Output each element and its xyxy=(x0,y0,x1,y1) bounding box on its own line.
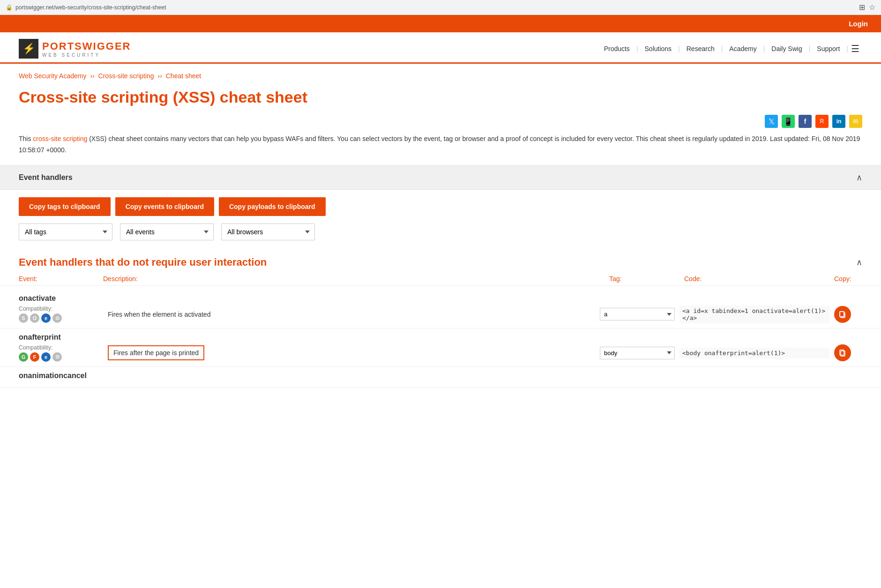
dropdowns-row: All tagsabodydivimginputscriptsvg All ev… xyxy=(0,223,881,252)
event-name-onanimationcancel: onanimationcancel xyxy=(19,372,862,380)
compat-icons-onactivate: S O e ⊙ xyxy=(19,313,103,323)
tag-select-onafterprint[interactable]: body xyxy=(600,347,675,359)
event-row-onanimationcancel: onanimationcancel xyxy=(0,367,881,388)
subsection-header: Event handlers that do not require user … xyxy=(0,252,881,272)
copy-tags-button[interactable]: Copy tags to clipboard xyxy=(19,197,111,216)
header: ⚡ PORTSWIGGER WEB SECURITY Products | So… xyxy=(0,32,881,64)
share-facebook-icon[interactable]: f xyxy=(799,115,812,128)
description-link[interactable]: cross-site scripting xyxy=(33,135,87,142)
logo-bolt-icon: ⚡ xyxy=(22,43,35,55)
clipboard-row: Copy tags to clipboard Copy events to cl… xyxy=(0,197,881,223)
event-desc-onactivate: Fires when the element is activated xyxy=(108,311,595,318)
nav-solutions[interactable]: Solutions xyxy=(638,41,679,56)
col-code: Code: xyxy=(684,275,834,283)
page-title: Cross-site scripting (XSS) cheat sheet xyxy=(0,83,881,115)
col-copy: Copy: xyxy=(834,275,862,283)
logo-text: PORTSWIGGER WEB SECURITY xyxy=(42,40,131,58)
share-email-icon[interactable]: ✉ xyxy=(849,115,862,128)
logo-sub: WEB SECURITY xyxy=(42,52,131,58)
breadcrumb: Web Security Academy ›› Cross-site scrip… xyxy=(0,64,881,83)
nav-academy[interactable]: Academy xyxy=(723,41,763,56)
share-row: 𝕏 📱 f R in ✉ xyxy=(0,115,881,134)
compat-opera-icon: O xyxy=(30,313,39,323)
col-tag: Tag: xyxy=(609,275,684,283)
copy-events-button[interactable]: Copy events to clipboard xyxy=(115,197,214,216)
logo-box: ⚡ xyxy=(19,39,38,59)
star-icon: ☆ xyxy=(869,3,875,12)
breadcrumb-cheatsheet[interactable]: Cheat sheet xyxy=(166,72,202,80)
breadcrumb-xss[interactable]: Cross-site scripting xyxy=(98,72,154,80)
event-desc-onafterprint: Fires after the page is printed xyxy=(108,345,595,360)
svg-rect-1 xyxy=(840,312,844,317)
browsers-dropdown[interactable]: All browsersChromeFirefoxSafariIE/Edge xyxy=(221,223,315,240)
share-twitter-icon[interactable]: 𝕏 xyxy=(765,115,778,128)
col-event: Event: xyxy=(19,275,103,283)
description-before: This xyxy=(19,135,33,142)
lock-icon: 🔒 xyxy=(6,4,13,11)
hamburger-icon[interactable]: ☰ xyxy=(848,39,862,58)
description: This cross-site scripting (XSS) cheat sh… xyxy=(0,134,881,165)
subsection-collapse-icon[interactable]: ∧ xyxy=(856,257,862,268)
login-bar: Login xyxy=(0,15,881,32)
event-name-onactivate: onactivate xyxy=(19,294,862,303)
description-highlight: Fires after the page is printed xyxy=(108,345,204,360)
logo-area: ⚡ PORTSWIGGER WEB SECURITY xyxy=(19,39,131,59)
translate-icon: ⊞ xyxy=(859,3,865,12)
compat-col-onafterprint: Compatibility: G F e ⊙ xyxy=(19,344,103,362)
tag-select-onactivate[interactable]: a xyxy=(600,308,675,320)
browser-url: portswigger.net/web-security/cross-site-… xyxy=(15,4,859,11)
copy-button-onactivate[interactable] xyxy=(834,306,851,323)
event-handlers-section: Event handlers ∧ xyxy=(0,165,881,190)
nav-products[interactable]: Products xyxy=(597,41,636,56)
event-row-onafterprint: onafterprint Compatibility: G F e ⊙ Fire… xyxy=(0,328,881,367)
compat-other-icon: ⊙ xyxy=(52,313,62,323)
compat-firefox-icon: F xyxy=(30,352,39,362)
event-row-onactivate: onactivate Compatibility: S O e ⊙ Fires … xyxy=(0,290,881,328)
events-dropdown[interactable]: All eventsonactivateonafterprintonanimat… xyxy=(120,223,214,240)
nav-research[interactable]: Research xyxy=(680,41,721,56)
compat-col-onactivate: Compatibility: S O e ⊙ xyxy=(19,305,103,323)
nav-menu: Products | Solutions | Research | Academ… xyxy=(597,39,862,58)
compat-ie-icon: e xyxy=(41,313,51,323)
tags-dropdown[interactable]: All tagsabodydivimginputscriptsvg xyxy=(19,223,112,240)
section-title: Event handlers xyxy=(19,173,73,182)
browser-bar: 🔒 portswigger.net/web-security/cross-sit… xyxy=(0,0,881,15)
compat-ie2-icon: e xyxy=(41,352,51,362)
compat-label-onafterprint: Compatibility: xyxy=(19,344,103,351)
compat-safari-icon: S xyxy=(19,313,28,323)
col-description: Description: xyxy=(103,275,609,283)
copy-button-onafterprint[interactable] xyxy=(834,344,851,361)
logo-name: PORTSWIGGER xyxy=(42,40,131,52)
description-after: (XSS) cheat sheet contains many vectors … xyxy=(19,135,860,154)
section-collapse-icon[interactable]: ∧ xyxy=(856,172,862,183)
compat-other2-icon: ⊙ xyxy=(52,352,62,362)
login-button[interactable]: Login xyxy=(836,15,881,32)
compat-icons-onafterprint: G F e ⊙ xyxy=(19,352,103,362)
subsection-title: Event handlers that do not require user … xyxy=(19,256,267,268)
share-reddit-icon[interactable]: R xyxy=(815,115,829,128)
nav-daily-swig[interactable]: Daily Swig xyxy=(765,41,808,56)
compat-label-onactivate: Compatibility: xyxy=(19,305,103,312)
share-linkedin-icon[interactable]: in xyxy=(832,115,845,128)
breadcrumb-wsa[interactable]: Web Security Academy xyxy=(19,72,86,80)
nav-support[interactable]: Support xyxy=(810,41,846,56)
compat-chrome-icon: G xyxy=(19,352,28,362)
event-name-onafterprint: onafterprint xyxy=(19,333,862,342)
copy-payloads-button[interactable]: Copy payloads to clipboard xyxy=(219,197,326,216)
event-code-onafterprint: <body onafterprint=alert(1)> xyxy=(679,348,829,358)
share-whatsapp-icon[interactable]: 📱 xyxy=(782,115,795,128)
event-code-onactivate: <a id=x tabindex=1 onactivate=alert(1)><… xyxy=(679,305,829,323)
table-headers: Event: Description: Tag: Code: Copy: xyxy=(0,272,881,286)
